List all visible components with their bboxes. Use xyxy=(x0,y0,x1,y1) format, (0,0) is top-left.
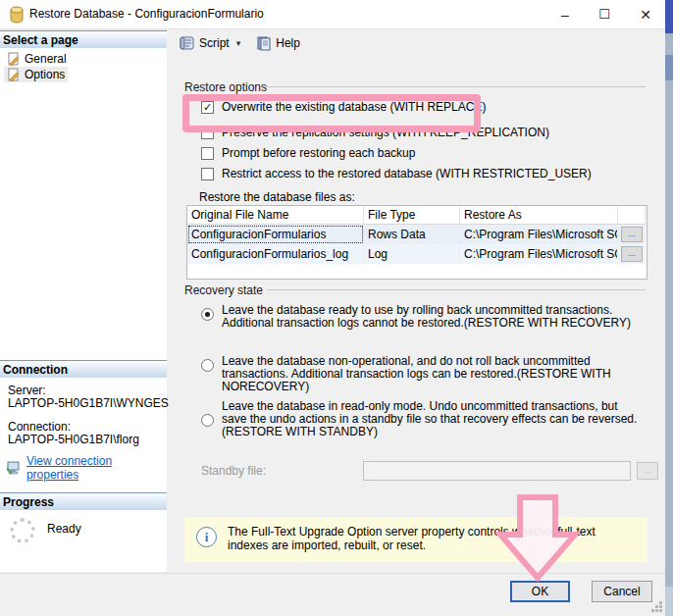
radio-label: Leave the database in read-only mode. Un… xyxy=(222,400,643,438)
page-icon xyxy=(7,52,21,66)
window-title: Restore Database - ConfiguracionFormular… xyxy=(29,7,264,21)
script-button[interactable]: Script ▾ xyxy=(175,33,244,53)
checkbox-row-overwrite[interactable]: ✓ Overwrite the existing database (WITH … xyxy=(201,101,643,114)
radio-row-recovery[interactable]: Leave the database ready to use by rolli… xyxy=(201,304,645,330)
column-header-browse xyxy=(618,206,646,225)
page-icon xyxy=(7,68,21,81)
resize-grip[interactable] xyxy=(651,601,663,613)
restore-options-divider xyxy=(261,86,646,87)
view-connection-properties-link[interactable]: View connection properties xyxy=(26,454,167,482)
column-header-original-file-name[interactable]: Original File Name xyxy=(187,206,364,225)
checkbox-label: Overwrite the existing database (WITH RE… xyxy=(222,101,486,114)
checkbox-row-preserve-replication[interactable]: ✓ Preserve the replication settings (WIT… xyxy=(201,127,643,139)
progress-spinner-icon xyxy=(10,518,35,543)
checkbox-row-prompt[interactable]: ✓ Prompt before restoring each backup xyxy=(201,147,643,160)
cell-file-type[interactable]: Log xyxy=(364,244,460,264)
progress-status: Ready xyxy=(47,522,81,536)
sidebar-item-options[interactable]: Options xyxy=(4,67,68,82)
info-icon: i xyxy=(196,527,217,547)
cell-file-type[interactable]: Rows Data xyxy=(364,225,460,244)
help-icon xyxy=(256,35,272,51)
minimize-button[interactable]: – xyxy=(551,6,579,24)
standby-radio[interactable] xyxy=(201,414,214,427)
recovery-state-title: Recovery state xyxy=(184,283,263,297)
restore-database-dialog: Restore Database - ConfiguracionFormular… xyxy=(0,0,673,616)
checkbox-label: Prompt before restoring each backup xyxy=(222,147,415,160)
table-row[interactable]: ConfiguracionFormularios_log Log C:\Prog… xyxy=(187,244,647,264)
edge-scrollbar-segment xyxy=(665,55,673,80)
radio-row-standby[interactable]: Leave the database in read-only mode. Un… xyxy=(201,400,643,438)
toolbar: Script ▾ Help xyxy=(175,33,304,53)
sidebar: Select a page General Options Connection… xyxy=(0,29,167,616)
checkbox-row-restrict-access[interactable]: ✓ Restrict access to the restored databa… xyxy=(201,168,662,180)
select-a-page-panel: General Options xyxy=(0,48,167,360)
connection-value: LAPTOP-5H0G1B7I\florg xyxy=(8,433,139,446)
radio-dot-icon xyxy=(205,312,210,317)
table-row[interactable]: ConfiguracionFormularios Rows Data C:\Pr… xyxy=(187,225,647,244)
script-button-label: Script xyxy=(199,36,230,50)
info-text: The Full-Text Upgrade Option server prop… xyxy=(228,525,620,552)
ok-button[interactable]: OK xyxy=(510,581,570,602)
norecovery-radio[interactable] xyxy=(201,359,214,372)
connection-properties-icon xyxy=(6,461,22,476)
edge-scrollbar[interactable] xyxy=(665,0,673,616)
progress-panel: Ready xyxy=(0,510,167,572)
standby-browse-button[interactable]: ... xyxy=(637,462,658,480)
cell-original-file-name[interactable]: ConfiguracionFormularios_log xyxy=(187,244,364,264)
close-button[interactable]: ✕ xyxy=(632,6,659,24)
chevron-down-icon[interactable]: ▾ xyxy=(236,38,241,48)
files-table-header-row: Original File Name File Type Restore As xyxy=(187,206,647,225)
help-button-label: Help xyxy=(276,36,300,50)
overwrite-checkbox[interactable]: ✓ xyxy=(201,101,214,114)
edge-scrollbar-bottom xyxy=(665,587,673,616)
column-header-file-type[interactable]: File Type xyxy=(364,206,460,225)
cancel-button[interactable]: Cancel xyxy=(592,581,652,602)
progress-header: Progress xyxy=(0,492,167,510)
help-button[interactable]: Help xyxy=(252,33,304,53)
browse-button[interactable]: ... xyxy=(621,246,643,262)
cell-restore-as[interactable]: C:\Program Files\Microsoft SQL... xyxy=(460,225,618,244)
radio-label: Leave the database ready to use by rolli… xyxy=(222,304,645,330)
preserve-replication-checkbox[interactable]: ✓ xyxy=(201,127,214,139)
view-connection-properties[interactable]: View connection properties xyxy=(6,454,167,482)
connection-label: Connection: xyxy=(8,420,71,434)
sidebar-item-label: Options xyxy=(25,68,65,81)
cell-original-file-name[interactable]: ConfiguracionFormularios xyxy=(187,225,364,244)
connection-header: Connection xyxy=(0,360,167,378)
radio-row-norecovery[interactable]: Leave the database non-operational, and … xyxy=(201,355,657,393)
checkbox-label: Restrict access to the restored database… xyxy=(222,168,592,180)
radio-label: Leave the database non-operational, and … xyxy=(222,355,657,393)
checkbox-label: Preserve the replication settings (WITH … xyxy=(222,127,549,139)
browse-button[interactable]: ... xyxy=(621,227,643,242)
script-icon xyxy=(179,35,195,51)
files-table-label: Restore the database files as: xyxy=(199,190,355,204)
info-banner: i The Full-Text Upgrade Option server pr… xyxy=(184,517,647,562)
database-icon xyxy=(9,6,25,24)
files-table: Original File Name File Type Restore As … xyxy=(186,205,647,280)
restrict-access-checkbox[interactable]: ✓ xyxy=(201,168,214,180)
column-header-restore-as[interactable]: Restore As xyxy=(460,206,618,225)
recovery-state-divider xyxy=(267,289,646,290)
standby-file-input[interactable] xyxy=(363,461,631,481)
sidebar-item-general[interactable]: General xyxy=(4,51,70,67)
maximize-button[interactable]: ☐ xyxy=(591,6,618,24)
check-icon: ✓ xyxy=(203,102,212,113)
recovery-radio[interactable] xyxy=(201,308,214,321)
restore-options-title: Restore options xyxy=(184,80,267,94)
standby-file-label: Standby file: xyxy=(201,464,266,478)
sidebar-item-label: General xyxy=(25,52,67,66)
cell-restore-as[interactable]: C:\Program Files\Microsoft SQL... xyxy=(460,244,618,264)
server-label: Server: xyxy=(8,384,46,397)
server-value: LAPTOP-5H0G1B7I\WYNGES xyxy=(8,396,169,410)
connection-panel: Server: LAPTOP-5H0G1B7I\WYNGES Connectio… xyxy=(0,378,167,492)
prompt-checkbox[interactable]: ✓ xyxy=(201,147,214,160)
select-a-page-header: Select a page xyxy=(0,30,167,48)
edge-scrollbar-thumb[interactable] xyxy=(665,0,673,33)
title-bar: Restore Database - ConfiguracionFormular… xyxy=(0,0,673,29)
